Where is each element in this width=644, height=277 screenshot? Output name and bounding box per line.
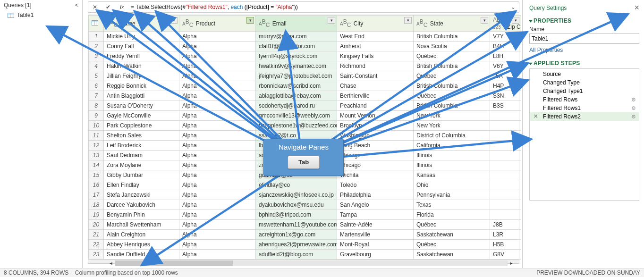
table-row[interactable]: 11Shelton SalesAlphassales92@t.coWashing… — [89, 131, 521, 141]
table-row[interactable]: 17Stefa JanczewskiAlphasjanczewskiiq@inf… — [89, 190, 521, 200]
cell-state[interactable]: Illinois — [414, 160, 490, 170]
table-row[interactable]: 12Leif BroderickAlphalbroderick@mail.co.… — [89, 141, 521, 151]
cell-product[interactable]: Alpha — [179, 170, 256, 180]
cell-zip[interactable]: S3N — [490, 91, 521, 101]
cell-name[interactable]: Gibby Dumbar — [104, 170, 179, 180]
cell-email[interactable]: sduffield2t@blog.com — [256, 250, 337, 260]
cell-zip[interactable] — [490, 121, 521, 131]
cell-name[interactable]: Park Copplestone — [104, 121, 179, 131]
row-number[interactable]: 6 — [89, 81, 104, 91]
row-number[interactable]: 8 — [89, 101, 104, 111]
row-number[interactable]: 14 — [89, 160, 104, 170]
cell-name[interactable]: Saul Dedmam — [104, 151, 179, 160]
cell-email[interactable]: sdedmam@il.co — [256, 151, 337, 160]
row-number[interactable]: 17 — [89, 190, 104, 200]
cell-product[interactable]: Alpha — [179, 210, 256, 220]
row-number[interactable]: 11 — [89, 131, 104, 141]
cell-zip[interactable] — [490, 111, 521, 121]
cell-name[interactable]: Hakim Watkin — [104, 61, 179, 71]
cell-name[interactable]: Leif Broderick — [104, 141, 179, 151]
dropdown-icon[interactable]: ▾ — [170, 17, 178, 24]
row-number[interactable]: 19 — [89, 210, 104, 220]
row-number[interactable]: 10 — [89, 121, 104, 131]
cell-state[interactable]: Québec — [414, 51, 490, 61]
step-filtered-rows[interactable]: Filtered Rows⚙ — [530, 95, 639, 104]
cell-state[interactable]: New York — [414, 111, 490, 121]
cell-email[interactable]: efindlay@co — [256, 180, 337, 190]
table-row[interactable]: 15Gibby DumbarAlphagdumbar@coWichitaKans… — [89, 170, 521, 180]
cell-name[interactable]: Shelton Sales — [104, 131, 179, 141]
horizontal-scrollbar[interactable]: ◄ ► — [88, 260, 519, 263]
cell-product[interactable]: Alpha — [179, 220, 256, 230]
row-number[interactable]: 16 — [89, 180, 104, 190]
cell-name[interactable]: Darcee Yakubovich — [104, 200, 179, 210]
cell-zip[interactable]: L8H — [490, 51, 521, 61]
cell-name[interactable]: Zora Moylane — [104, 160, 179, 170]
table-row[interactable]: 23Sandie DuffieldAlphasduffield2t@blog.c… — [89, 250, 521, 260]
cell-city[interactable]: Chase — [337, 81, 414, 91]
row-number[interactable]: 13 — [89, 151, 104, 160]
cell-product[interactable]: Alpha — [179, 160, 256, 170]
column-header-city[interactable]: ABC City▾ — [337, 16, 414, 32]
cell-zip[interactable]: H4P — [490, 81, 521, 91]
cell-state[interactable]: Pennsylvania — [414, 190, 490, 200]
cell-state[interactable]: British Columbia — [414, 101, 490, 111]
cell-name[interactable]: Benyamin Phin — [104, 210, 179, 220]
cell-zip[interactable] — [490, 160, 521, 170]
cell-product[interactable]: Alpha — [179, 180, 256, 190]
cell-city[interactable]: West End — [337, 32, 414, 42]
cell-email[interactable]: cfall1f@hostgator.com — [256, 42, 337, 51]
table-row[interactable]: 13Saul DedmamAlphasdedmam@il.coChicagoIl… — [89, 151, 521, 160]
cell-email[interactable]: murryv@noaa.com — [256, 32, 337, 42]
cell-city[interactable]: Saint-Constant — [337, 71, 414, 81]
cell-product[interactable]: Alpha — [179, 91, 256, 101]
cell-email[interactable]: pcopplestone1w@buzzfeed.com — [256, 121, 337, 131]
table-row[interactable]: 8Susana O'DohertyAlphasodohertydj@narod.… — [89, 101, 521, 111]
scroll-thumb[interactable] — [115, 260, 233, 266]
cell-city[interactable]: Berthierville — [337, 91, 414, 101]
cell-city[interactable]: Washington — [337, 131, 414, 141]
column-header-email[interactable]: ABC Email▾ — [256, 16, 337, 32]
cell-name[interactable]: Sandie Duffield — [104, 250, 179, 260]
table-row[interactable]: 2Conny FallAlphacfall1f@hostgator.comAmh… — [89, 42, 521, 51]
cell-product[interactable]: Alpha — [179, 240, 256, 250]
cell-product[interactable]: Alpha — [179, 32, 256, 42]
cell-city[interactable]: Mount Vernon — [337, 111, 414, 121]
row-number[interactable]: 22 — [89, 240, 104, 250]
row-number[interactable]: 7 — [89, 91, 104, 101]
dropdown-icon[interactable]: ▾ — [512, 17, 519, 24]
cell-email[interactable]: acreighton1x@go.com — [256, 230, 337, 240]
cell-state[interactable]: Saskatchewan — [414, 230, 490, 240]
cell-zip[interactable]: L3R — [490, 230, 521, 240]
cell-zip[interactable] — [490, 151, 521, 160]
cell-email[interactable]: sodohertydj@narod.ru — [256, 101, 337, 111]
cell-city[interactable]: Toledo — [337, 180, 414, 190]
cell-name[interactable]: Gayle McConville — [104, 111, 179, 121]
cell-city[interactable]: Philadelphia — [337, 190, 414, 200]
cell-name[interactable]: Freddy Yerrill — [104, 51, 179, 61]
cell-zip[interactable]: J5A — [490, 71, 521, 81]
cell-name[interactable]: Conny Fall — [104, 42, 179, 51]
step-source[interactable]: Source — [530, 70, 639, 78]
row-number[interactable]: 20 — [89, 220, 104, 230]
cell-city[interactable]: Martensville — [337, 230, 414, 240]
cell-state[interactable]: Ohio — [414, 180, 490, 190]
table-row[interactable]: 14Zora MoylaneAlphazmoylane@co.jpChicago… — [89, 160, 521, 170]
row-number[interactable]: 3 — [89, 51, 104, 61]
cell-name[interactable]: Jillian Feighry — [104, 71, 179, 81]
cancel-formula-button[interactable]: ✕ — [88, 2, 102, 12]
cell-email[interactable]: fyerrill4q@skyrock.com — [256, 51, 337, 61]
cell-product[interactable]: Alpha — [179, 190, 256, 200]
cell-city[interactable]: Chicago — [337, 151, 414, 160]
cell-city[interactable]: Richmond — [337, 61, 414, 71]
table-row[interactable]: 9Gayle McConvilleAlphagmcconville13@weeb… — [89, 111, 521, 121]
cell-city[interactable]: Chicago — [337, 160, 414, 170]
cell-zip[interactable] — [490, 210, 521, 220]
row-number[interactable]: 21 — [89, 230, 104, 240]
cell-email[interactable]: bphinq3@tripod.com — [256, 210, 337, 220]
cell-product[interactable]: Alpha — [179, 151, 256, 160]
cell-product[interactable]: Alpha — [179, 61, 256, 71]
cell-product[interactable]: Alpha — [179, 131, 256, 141]
cell-zip[interactable] — [490, 200, 521, 210]
cell-state[interactable]: Québec — [414, 220, 490, 230]
